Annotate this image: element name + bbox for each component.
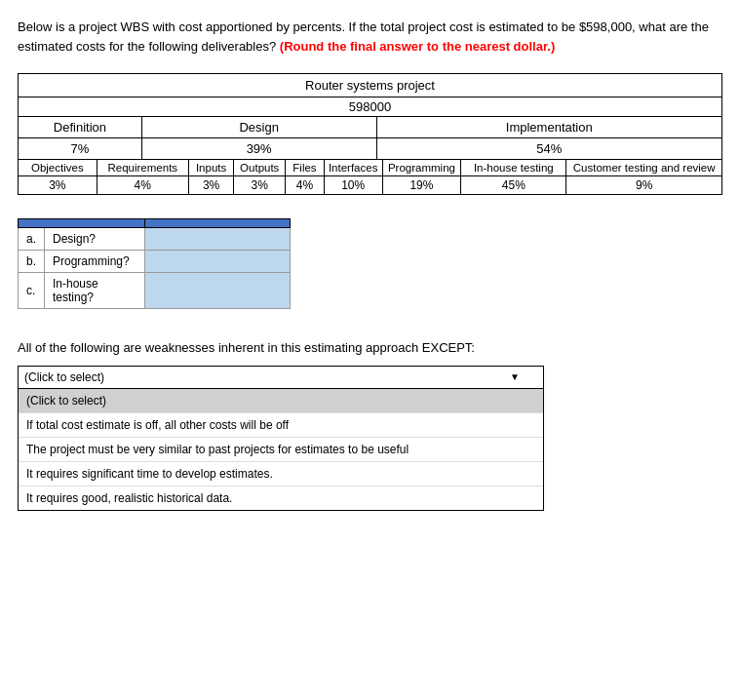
- item-inhouse-pct: 45%: [461, 176, 566, 194]
- phase-definition-name: Definition: [19, 117, 142, 137]
- answer-table: a.Design?b.Programming?c.In-house testin…: [18, 218, 291, 309]
- wbs-title: Router systems project: [19, 74, 721, 97]
- item-requirements-label: Requirements: [97, 160, 189, 175]
- wbs-table: Router systems project 598000 Definition…: [18, 73, 722, 195]
- answer-row-1: b.Programming?: [19, 251, 291, 273]
- answer-input-0[interactable]: [153, 232, 282, 246]
- answer-row-2: c.In-house testing?: [19, 273, 291, 309]
- answer-row-0: a.Design?: [19, 228, 291, 251]
- dropdown-option-4[interactable]: It requires good, realistic historical d…: [19, 486, 543, 510]
- dropdown-trigger[interactable]: (Click to select) ▼: [18, 366, 544, 389]
- dropdown-selected-label: (Click to select): [24, 370, 104, 384]
- item-programming-pct: 19%: [383, 176, 462, 194]
- answer-label-2: c.: [19, 273, 45, 309]
- item-outputs-pct: 3%: [234, 176, 286, 194]
- dropdown-wrapper[interactable]: (Click to select) ▼ (Click to select)If …: [18, 366, 544, 511]
- answer-input-cell-0[interactable]: [144, 228, 290, 251]
- answer-input-2[interactable]: [153, 284, 282, 297]
- dropdown-option-2[interactable]: The project must be very similar to past…: [19, 438, 543, 462]
- answer-input-cell-1[interactable]: [144, 251, 290, 273]
- dropdown-arrow-icon: ▼: [510, 371, 520, 382]
- dropdown-option-1[interactable]: If total cost estimate is off, all other…: [19, 413, 543, 438]
- answer-label-0: a.: [19, 228, 45, 251]
- wbs-phase-names-row: Definition Design Implementation: [19, 117, 721, 138]
- item-objectives-pct: 3%: [19, 176, 97, 194]
- answer-table-header: [19, 219, 145, 228]
- item-inputs-label: Inputs: [189, 160, 234, 175]
- answer-question-2: In-house testing?: [45, 273, 145, 309]
- answer-input-1[interactable]: [153, 254, 282, 268]
- intro-text-bold: (Round the final answer to the nearest d…: [276, 39, 555, 54]
- phase-implementation-pct: 54%: [377, 138, 722, 159]
- phase-design-name: Design: [142, 117, 377, 137]
- answer-table-value-header: [144, 219, 290, 228]
- wbs-phase-pct-row: 7% 39% 54%: [19, 138, 721, 160]
- answer-question-0: Design?: [45, 228, 145, 251]
- item-customer-label: Customer testing and review: [566, 160, 721, 175]
- item-interfaces-pct: 10%: [325, 176, 383, 194]
- answer-label-1: b.: [19, 251, 45, 273]
- item-inputs-pct: 3%: [189, 176, 234, 194]
- item-objectives-label: Objectives: [19, 160, 97, 175]
- phase-implementation-name: Implementation: [377, 117, 722, 137]
- answer-question-1: Programming?: [45, 251, 145, 273]
- wbs-items-pct-row: 3% 4% 3% 3% 4% 10% 19% 45% 9%: [19, 176, 721, 194]
- wbs-cost: 598000: [19, 97, 721, 117]
- intro-paragraph: Below is a project WBS with cost apporti…: [18, 18, 722, 56]
- item-files-pct: 4%: [286, 176, 324, 194]
- dropdown-option-0[interactable]: (Click to select): [19, 389, 543, 413]
- wbs-items-label-row: Objectives Requirements Inputs Outputs F…: [19, 160, 721, 176]
- phase-definition-pct: 7%: [19, 138, 142, 159]
- item-interfaces-label: Interfaces: [325, 160, 383, 175]
- item-customer-pct: 9%: [566, 176, 721, 194]
- item-programming-label: Programming: [383, 160, 462, 175]
- item-requirements-pct: 4%: [97, 176, 189, 194]
- answer-input-cell-2[interactable]: [144, 273, 290, 309]
- item-files-label: Files: [286, 160, 324, 175]
- item-inhouse-label: In-house testing: [461, 160, 566, 175]
- item-outputs-label: Outputs: [234, 160, 286, 175]
- dropdown-option-3[interactable]: It requires significant time to develop …: [19, 462, 543, 486]
- question2-text: All of the following are weaknesses inhe…: [18, 338, 722, 358]
- dropdown-list[interactable]: (Click to select)If total cost estimate …: [18, 389, 544, 511]
- phase-design-pct: 39%: [142, 138, 377, 159]
